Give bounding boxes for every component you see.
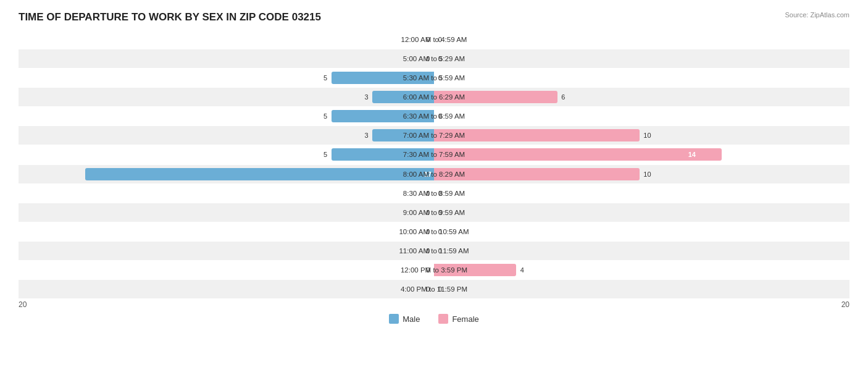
table-row: 10:00 AM to 10:59 AM00	[19, 222, 849, 241]
legend-male: Male	[389, 314, 420, 324]
row-label: 10:00 AM to 10:59 AM	[399, 228, 469, 235]
row-label: 9:00 AM to 9:59 AM	[403, 209, 465, 216]
male-value: 3	[364, 93, 368, 101]
female-value: 6	[561, 93, 565, 101]
table-row: 12:00 PM to 3:59 PM04	[19, 261, 849, 279]
male-value: 5	[323, 74, 327, 82]
rows-area: 12:00 AM to 4:59 AM005:00 AM to 5:29 AM0…	[19, 30, 849, 299]
male-value: 3	[364, 132, 368, 139]
table-row: 6:00 AM to 6:29 AM36	[19, 88, 849, 106]
chart-container: TIME OF DEPARTURE TO WORK BY SEX IN ZIP …	[0, 0, 868, 367]
male-value: 5	[323, 151, 327, 158]
row-label: 7:00 AM to 7:29 AM	[403, 132, 465, 139]
row-label: 4:00 PM to 11:59 PM	[401, 285, 467, 293]
row-label: 8:00 AM to 8:29 AM	[403, 171, 465, 178]
row-label: 12:00 AM to 4:59 AM	[401, 36, 467, 43]
table-row: 7:00 AM to 7:29 AM310	[19, 126, 849, 145]
table-row: 9:00 AM to 9:59 AM00	[19, 203, 849, 222]
row-label: 6:00 AM to 6:29 AM	[403, 93, 465, 101]
table-row: 12:00 AM to 4:59 AM00	[19, 30, 849, 49]
male-bar	[85, 168, 434, 180]
female-bar	[434, 148, 722, 161]
female-swatch	[438, 314, 448, 324]
table-row: 11:00 AM to 11:59 AM00	[19, 242, 849, 260]
table-row: 4:00 PM to 11:59 PM00	[19, 280, 849, 298]
table-row: 5:00 AM to 5:29 AM00	[19, 49, 849, 68]
table-row: 8:00 AM to 8:29 AM1710	[19, 165, 849, 184]
table-row: 5:30 AM to 5:59 AM50	[19, 69, 849, 87]
female-value: 10	[643, 171, 651, 178]
row-label: 8:30 AM to 8:59 AM	[403, 190, 465, 197]
male-value: 5	[323, 112, 327, 120]
female-value: 4	[520, 266, 524, 274]
row-label: 12:00 PM to 3:59 PM	[401, 266, 467, 274]
row-label: 7:30 AM to 7:59 AM	[403, 151, 465, 158]
row-label: 5:00 AM to 5:29 AM	[403, 55, 465, 62]
chart-area: 12:00 AM to 4:59 AM005:00 AM to 5:29 AM0…	[19, 30, 849, 324]
female-value: 14	[688, 151, 696, 158]
table-row: 6:30 AM to 6:59 AM50	[19, 107, 849, 125]
female-value: 10	[643, 132, 651, 139]
table-row: 7:30 AM to 7:59 AM514	[19, 145, 849, 164]
male-swatch	[389, 314, 399, 324]
row-label: 5:30 AM to 5:59 AM	[403, 74, 465, 82]
legend-female-label: Female	[452, 314, 478, 324]
legend-male-label: Male	[403, 314, 420, 324]
chart-title: TIME OF DEPARTURE TO WORK BY SEX IN ZIP …	[19, 11, 849, 23]
row-label: 11:00 AM to 11:59 AM	[399, 247, 469, 255]
axis-right-label: 20	[841, 300, 849, 309]
source-text: Source: ZipAtlas.com	[785, 11, 849, 19]
legend-female: Female	[438, 314, 478, 324]
row-label: 6:30 AM to 6:59 AM	[403, 112, 465, 120]
legend: Male Female	[19, 314, 849, 324]
table-row: 8:30 AM to 8:59 AM00	[19, 184, 849, 203]
axis-left-label: 20	[19, 300, 27, 309]
